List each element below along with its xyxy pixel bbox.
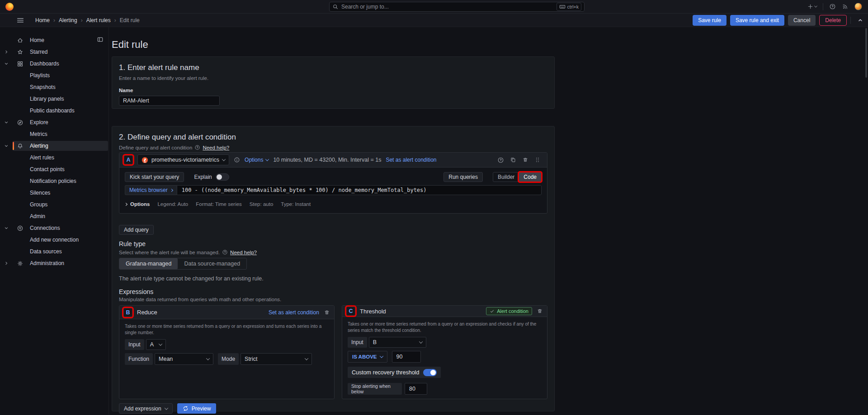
- sidebar-item-playlists[interactable]: Playlists: [0, 70, 108, 81]
- breadcrumb-separator: ›: [53, 17, 55, 23]
- home-icon: [16, 37, 24, 44]
- rule-type-subtitle: Select where the alert rule will be mana…: [119, 250, 220, 255]
- grafana-managed-option[interactable]: Grafana-managed: [119, 258, 178, 269]
- query-ref-badge[interactable]: A: [124, 155, 133, 164]
- query-options-expand[interactable]: Options: [125, 201, 150, 207]
- sidebar-item-metrics[interactable]: Metrics: [0, 128, 108, 140]
- sidebar-nav: HomeStarredDashboardsPlaylistsSnapshotsL…: [0, 27, 109, 415]
- remove-threshold-icon[interactable]: [537, 308, 543, 314]
- sidebar-item-dashboards[interactable]: Dashboards: [0, 58, 108, 70]
- search-input[interactable]: Search or jump to... ctrl+k: [329, 2, 585, 12]
- expressions-subtitle: Manipulate data returned from queries wi…: [119, 297, 547, 302]
- threshold-input-select[interactable]: B: [369, 337, 426, 348]
- query-options-summary: 10 minutes, MD = 43200, Min. Interval = …: [273, 157, 381, 163]
- explain-toggle[interactable]: [216, 173, 229, 181]
- sidebar-item-silences[interactable]: Silences: [0, 187, 108, 199]
- chevron-right-icon[interactable]: [0, 261, 13, 266]
- run-queries-button[interactable]: Run queries: [443, 172, 483, 182]
- set-alert-condition-link[interactable]: Set as alert condition: [386, 157, 436, 163]
- sidebar-item-contact-points[interactable]: Contact points: [0, 163, 108, 175]
- sidebar-item-snapshots[interactable]: Snapshots: [0, 81, 108, 93]
- help-icon[interactable]: [829, 3, 836, 10]
- sidebar-item-explore[interactable]: Explore: [0, 117, 108, 128]
- reduce-mode-select[interactable]: Strict: [241, 353, 312, 365]
- duplicate-query-icon[interactable]: [510, 157, 516, 163]
- rule-name-input[interactable]: RAM-Alert: [119, 96, 220, 106]
- chevron-down-icon[interactable]: [0, 61, 13, 66]
- kick-start-button[interactable]: Kick start your query: [125, 172, 184, 182]
- sidebar-item-admin[interactable]: Admin: [0, 210, 108, 222]
- remove-query-icon[interactable]: [522, 157, 528, 163]
- datasource-picker[interactable]: prometheus-victoriametrics: [137, 154, 229, 165]
- breadcrumb-home[interactable]: Home: [35, 17, 50, 23]
- save-rule-button[interactable]: Save rule: [693, 15, 726, 26]
- breadcrumb-alert-rules[interactable]: Alert rules: [86, 17, 111, 23]
- sidebar-item-home[interactable]: Home: [0, 34, 108, 46]
- sidebar-item-library-panels[interactable]: Library panels: [0, 93, 108, 105]
- cancel-button[interactable]: Cancel: [788, 15, 816, 26]
- promql-expression-input[interactable]: 100 - ((node_memory_MemAvailable_bytes *…: [177, 185, 542, 195]
- breadcrumb-alerting[interactable]: Alerting: [59, 17, 77, 23]
- page-scrollbar[interactable]: [865, 28, 867, 78]
- query-panel: A prometheus-victoriametrics Options: [119, 152, 547, 214]
- delete-button[interactable]: Delete: [819, 15, 847, 26]
- info-icon: [234, 157, 240, 163]
- builder-code-toggle: Builder Code: [493, 172, 542, 182]
- chevron-right-icon[interactable]: [0, 49, 13, 55]
- query-options-toggle[interactable]: Options: [245, 157, 269, 163]
- remove-reduce-icon[interactable]: [324, 309, 330, 316]
- search-shortcut-hint: ctrl+k: [557, 3, 581, 11]
- sidebar-item-notification-policies[interactable]: Notification policies: [0, 175, 108, 187]
- news-icon[interactable]: [842, 3, 849, 10]
- code-tab[interactable]: Code: [519, 173, 541, 182]
- grafana-logo-icon[interactable]: [5, 3, 14, 11]
- metrics-browser-button[interactable]: Metrics browser: [125, 185, 177, 195]
- chevron-down-icon[interactable]: [0, 143, 13, 149]
- breadcrumb-separator: ›: [81, 17, 83, 23]
- chevron-up-icon[interactable]: [857, 17, 863, 23]
- drag-grip-icon[interactable]: [534, 157, 541, 163]
- sidebar-item-administration[interactable]: Administration: [0, 257, 108, 269]
- top-bar: Search or jump to... ctrl+k: [0, 0, 868, 14]
- threshold-ref-badge[interactable]: C: [346, 307, 355, 316]
- threshold-value-input[interactable]: 90: [392, 351, 421, 363]
- rule-type-need-help-link[interactable]: Need help?: [230, 250, 257, 255]
- data-source-managed-option[interactable]: Data source-managed: [178, 258, 246, 269]
- apps-icon: [16, 61, 24, 67]
- add-query-button[interactable]: Add query: [119, 225, 154, 235]
- stop-alerting-input[interactable]: 80: [405, 383, 427, 395]
- type-option: Type: Instant: [281, 201, 311, 207]
- add-expression-button[interactable]: Add expression: [119, 403, 173, 414]
- chevron-down-icon[interactable]: [0, 225, 13, 231]
- reduce-set-alert-condition-link[interactable]: Set as alert condition: [269, 309, 319, 316]
- reduce-input-select[interactable]: A: [146, 339, 166, 350]
- sidebar-item-add-new-connection[interactable]: Add new connection: [0, 234, 108, 246]
- need-help-link[interactable]: Need help?: [203, 145, 229, 150]
- reduce-mode-label: Mode: [218, 353, 239, 365]
- question-circle-icon: [194, 145, 200, 150]
- sidebar-item-public-dashboards[interactable]: Public dashboards: [0, 105, 108, 117]
- preview-button[interactable]: Preview: [177, 403, 217, 414]
- dock-sidebar-icon[interactable]: [97, 36, 104, 44]
- plus-icon: [807, 3, 814, 10]
- bell-icon: [16, 143, 24, 149]
- profile-avatar[interactable]: [854, 3, 862, 10]
- grafana-app: Search or jump to... ctrl+k Home › Alert…: [0, 0, 868, 415]
- query-help-icon[interactable]: [497, 157, 504, 163]
- sidebar-item-alerting[interactable]: Alerting: [0, 140, 108, 152]
- sidebar-item-alert-rules[interactable]: Alert rules: [0, 152, 108, 163]
- reduce-ref-badge[interactable]: B: [123, 308, 132, 317]
- builder-tab[interactable]: Builder: [493, 173, 519, 182]
- sidebar-item-data-sources[interactable]: Data sources: [0, 246, 108, 257]
- reduce-function-select[interactable]: Mean: [155, 353, 213, 365]
- custom-recovery-toggle[interactable]: [423, 369, 437, 376]
- sidebar-item-connections[interactable]: Connections: [0, 222, 108, 234]
- threshold-condition-select[interactable]: IS ABOVE: [348, 351, 387, 363]
- chevron-down-icon[interactable]: [0, 120, 13, 125]
- sidebar-item-starred[interactable]: Starred: [0, 46, 108, 58]
- new-menu-button[interactable]: [807, 3, 817, 10]
- sidebar-item-groups[interactable]: Groups: [0, 199, 108, 210]
- rule-type-note: The alert rule type cannot be changed fo…: [119, 275, 547, 282]
- menu-toggle-icon[interactable]: [16, 16, 24, 24]
- save-rule-and-exit-button[interactable]: Save rule and exit: [730, 15, 784, 26]
